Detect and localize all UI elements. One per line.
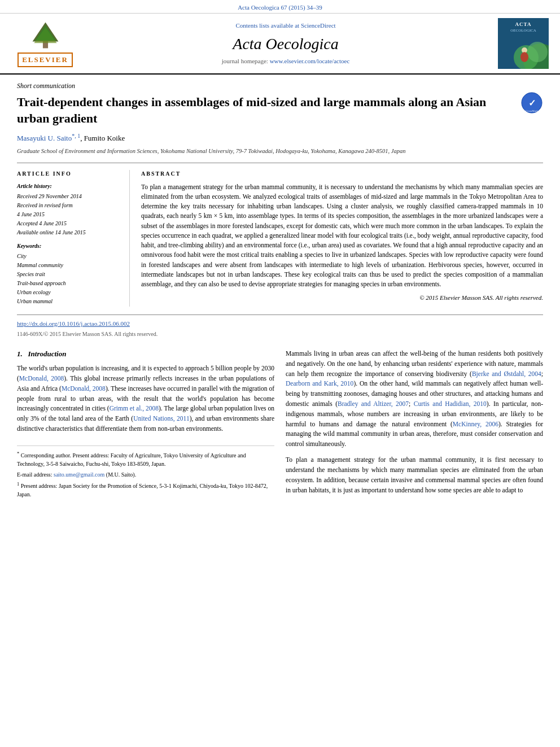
keyword-1: Mammal community xyxy=(17,261,121,269)
history-item-1: Received in revised form xyxy=(17,202,121,209)
ref-un-2011[interactable]: United Nations, 2011 xyxy=(133,415,190,422)
elsevier-logo: ELSEVIER xyxy=(11,20,79,67)
abstract-label: ABSTRACT xyxy=(141,170,543,178)
introduction-section: 1. Introduction The world's urban popula… xyxy=(17,349,543,501)
abstract-copyright: © 2015 Elsevier Masson SAS. All rights r… xyxy=(141,294,543,302)
keywords-label: Keywords: xyxy=(17,242,121,250)
article-footer: http://dx.doi.org/10.1016/j.actao.2015.0… xyxy=(17,314,543,339)
keyword-3: Trait-based approach xyxy=(17,279,121,287)
history-item-3: Accepted 4 June 2015 xyxy=(17,220,121,228)
acta-logo-box: ACTA OECOLOGICA xyxy=(498,18,549,69)
intro-left-column: 1. Introduction The world's urban popula… xyxy=(17,349,274,501)
intro-left-para1: The world's urban population is increasi… xyxy=(17,364,274,434)
acta-logo-circles-icon xyxy=(512,32,549,69)
authors-line: Masayuki U. Saito*, 1, Fumito Koike xyxy=(17,132,543,144)
abstract-text: To plan a management strategy for the ur… xyxy=(141,182,543,290)
elsevier-tree-icon xyxy=(24,20,67,51)
footnote-star: * xyxy=(17,451,19,456)
homepage-url[interactable]: www.elsevier.com/locate/actoec xyxy=(270,58,350,64)
sciencedirect-prefix: Contents lists available at ScienceDirec… xyxy=(235,22,335,29)
svg-text:✓: ✓ xyxy=(528,98,536,108)
keyword-5: Urban mammal xyxy=(17,298,121,305)
author-1-link[interactable]: Masayuki U. Saito xyxy=(17,134,72,143)
ref-mcdonald-2008a[interactable]: McDonald, 2008 xyxy=(19,375,64,382)
journal-info-text: Acta Oecologica 67 (2015) 34–39 xyxy=(238,4,322,11)
doi-link[interactable]: http://dx.doi.org/10.1016/j.actao.2015.0… xyxy=(17,320,130,327)
article-info-label: ARTICLE INFO xyxy=(17,170,121,178)
svg-marker-3 xyxy=(35,25,56,41)
footnote-email: E-mail address: saito.ume@gmail.com (M.U… xyxy=(17,470,274,479)
author-1-sup: *, 1 xyxy=(72,133,80,139)
footnote-1: * Corresponding author. Present address:… xyxy=(17,451,274,468)
homepage-info: journal homepage: www.elsevier.com/locat… xyxy=(79,57,492,65)
article-type: Short communication xyxy=(17,81,543,91)
keyword-2: Species trait xyxy=(17,270,121,278)
acta-logo-text1: ACTA xyxy=(515,21,532,28)
journal-header: ELSEVIER Contents lists available at Sci… xyxy=(0,14,560,75)
ref-bradley-2007[interactable]: Bradley and Altizer, 2007 xyxy=(338,400,409,407)
history-item-2: 4 June 2015 xyxy=(17,211,121,219)
footer-copyright: 1146-609X/© 2015 Elsevier Masson SAS. Al… xyxy=(17,331,158,337)
journal-info-bar: Acta Oecologica 67 (2015) 34–39 xyxy=(0,0,560,14)
journal-title: Acta Oecologica xyxy=(79,33,492,55)
article-history-label: Article history: xyxy=(17,182,121,190)
ref-mcdonald-2008b[interactable]: McDonald, 2008 xyxy=(62,385,106,392)
svg-text:CrossMark: CrossMark xyxy=(526,110,539,112)
article-title: Trait-dependent changes in assemblages o… xyxy=(17,94,543,126)
intro-right-column: Mammals living in urban areas can affect… xyxy=(286,349,543,501)
email-link[interactable]: saito.ume@gmail.com xyxy=(54,471,104,478)
main-content: Short communication ✓ CrossMark Trait-de… xyxy=(0,75,560,508)
intro-right-para2: To plan a management strategy for the ur… xyxy=(286,455,543,495)
intro-right-para1: Mammals living in urban areas can affect… xyxy=(286,349,543,449)
history-item-0: Received 29 November 2014 xyxy=(17,193,121,200)
acta-logo-section: ACTA OECOLOGICA xyxy=(492,18,549,69)
homepage-prefix: journal homepage: xyxy=(222,58,270,64)
ref-grimm-2008[interactable]: Grimm et al., 2008 xyxy=(110,405,159,412)
footnote-1-sup: 1 xyxy=(17,482,19,487)
acta-logo-text2: OECOLOGICA xyxy=(510,28,536,34)
article-title-section: ✓ CrossMark Trait-dependent changes in a… xyxy=(17,94,543,126)
abstract-column: ABSTRACT To plan a management strategy f… xyxy=(141,170,543,307)
keyword-4: Urban ecology xyxy=(17,289,121,296)
intro-heading-text: Introduction xyxy=(28,350,67,358)
elsevier-logo-section: ELSEVIER xyxy=(11,20,79,67)
article-info-column: ARTICLE INFO Article history: Received 2… xyxy=(17,170,130,307)
ref-mckinney-2006[interactable]: McKinney, 2006 xyxy=(453,421,498,427)
affiliation: Graduate School of Environment and Infor… xyxy=(17,147,543,156)
elsevier-brand-text: ELSEVIER xyxy=(18,53,73,67)
author-2: , Fumito Koike xyxy=(80,134,125,143)
history-item-4: Available online 14 June 2015 xyxy=(17,229,121,237)
journal-header-center: Contents lists available at ScienceDirec… xyxy=(79,21,492,65)
crossmark-icon: ✓ CrossMark xyxy=(520,91,543,114)
footnote-section: * Corresponding author. Present address:… xyxy=(17,445,274,499)
ref-bjerke-2004[interactable]: Bjerke and Østdahl, 2004 xyxy=(472,370,541,377)
footnote-2: 1 Present address: Japan Society for the… xyxy=(17,481,274,499)
ref-curtis-2010[interactable]: Curtis and Hadidian, 2010 xyxy=(414,400,487,407)
svg-point-6 xyxy=(527,42,548,62)
keyword-0: City xyxy=(17,252,121,260)
intro-heading: 1. Introduction xyxy=(17,349,274,359)
sciencedirect-info: Contents lists available at ScienceDirec… xyxy=(79,21,492,30)
intro-number: 1. xyxy=(17,350,23,358)
svg-point-8 xyxy=(520,52,528,62)
article-body: ARTICLE INFO Article history: Received 2… xyxy=(17,163,543,307)
ref-dearborn-2010[interactable]: Dearborn and Kark, 2010 xyxy=(286,380,353,387)
